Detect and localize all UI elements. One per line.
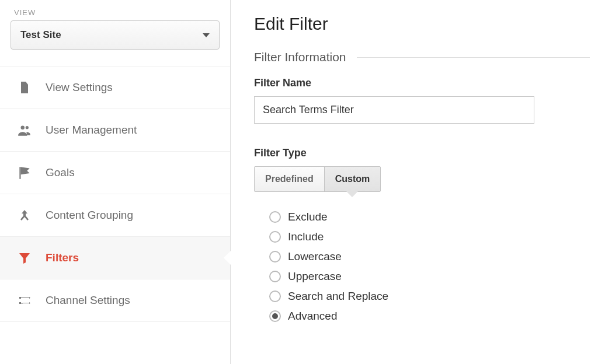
- flag-icon: [16, 164, 33, 181]
- radio-option-uppercase[interactable]: Uppercase: [269, 267, 590, 286]
- sidebar-item-user-management[interactable]: User Management: [0, 108, 230, 151]
- radio-icon: [269, 231, 281, 243]
- radio-icon: [269, 271, 281, 282]
- section-title: Filter Information: [254, 50, 346, 64]
- section-heading-row: Filter Information: [254, 50, 590, 64]
- sidebar-item-content-grouping[interactable]: Content Grouping: [0, 194, 230, 236]
- radio-label: Lowercase: [288, 250, 342, 263]
- caret-down-icon: [203, 33, 210, 37]
- sidebar-nav: View Settings User Management Goals Cont…: [0, 66, 230, 322]
- document-icon: [16, 79, 33, 96]
- users-icon: [16, 122, 33, 138]
- radio-icon: [269, 251, 281, 262]
- tab-predefined[interactable]: Predefined: [255, 167, 324, 191]
- tab-custom[interactable]: Custom: [324, 167, 381, 191]
- view-selected-value: Test Site: [20, 29, 61, 41]
- channels-icon: [16, 292, 33, 309]
- sidebar: VIEW Test Site View Settings User Manage…: [0, 0, 231, 364]
- sidebar-item-goals[interactable]: Goals: [0, 151, 230, 194]
- sidebar-item-label: Goals: [46, 166, 75, 179]
- sidebar-item-label: User Management: [46, 124, 137, 136]
- view-selector[interactable]: Test Site: [11, 20, 220, 50]
- radio-option-advanced[interactable]: Advanced: [269, 306, 590, 326]
- radio-option-exclude[interactable]: Exclude: [269, 207, 590, 227]
- sidebar-item-view-settings[interactable]: View Settings: [0, 66, 230, 108]
- filter-name-input[interactable]: [254, 96, 534, 124]
- radio-option-include[interactable]: Include: [269, 227, 590, 247]
- filter-type-toggle: Predefined Custom: [254, 166, 381, 192]
- section-divider: [357, 57, 590, 58]
- radio-label: Include: [288, 230, 324, 243]
- svg-point-0: [21, 125, 25, 130]
- filter-name-label: Filter Name: [254, 77, 590, 89]
- sidebar-item-channel-settings[interactable]: Channel Settings: [0, 279, 230, 322]
- sidebar-item-label: Content Grouping: [46, 209, 133, 222]
- merge-icon: [16, 207, 33, 223]
- svg-point-1: [26, 126, 29, 129]
- funnel-icon: [16, 250, 33, 266]
- main-content: Edit Filter Filter Information Filter Na…: [231, 0, 598, 364]
- radio-option-search-replace[interactable]: Search and Replace: [269, 286, 590, 306]
- page-title: Edit Filter: [254, 14, 590, 34]
- sidebar-item-label: View Settings: [46, 81, 113, 94]
- radio-label: Uppercase: [288, 270, 342, 283]
- radio-icon: [269, 310, 281, 322]
- view-section-label: VIEW: [0, 8, 230, 20]
- filter-type-label: Filter Type: [254, 147, 590, 159]
- radio-icon: [269, 211, 281, 223]
- radio-icon: [269, 290, 281, 302]
- radio-label: Exclude: [288, 211, 328, 223]
- custom-filter-options: Exclude Include Lowercase Uppercase Sear…: [254, 207, 590, 326]
- radio-label: Search and Replace: [288, 290, 388, 303]
- radio-label: Advanced: [288, 310, 338, 323]
- radio-option-lowercase[interactable]: Lowercase: [269, 247, 590, 267]
- sidebar-item-label: Filters: [46, 251, 79, 264]
- sidebar-item-filters[interactable]: Filters: [0, 236, 230, 279]
- sidebar-item-label: Channel Settings: [46, 294, 130, 307]
